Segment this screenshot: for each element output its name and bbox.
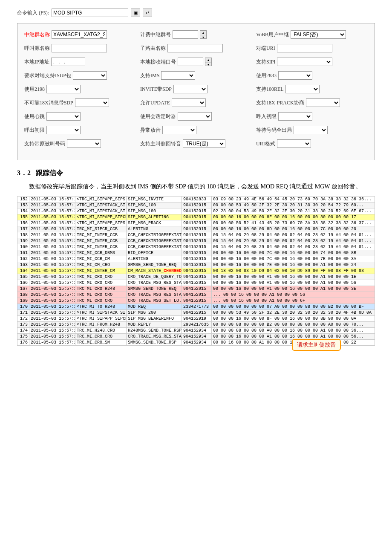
select-prack[interactable] [306, 98, 340, 107]
label-sub-route: 子路由名称 [140, 45, 166, 52]
form-row-6: 不可靠18X消息带SDP 允许UPDATE 支持18X-PRACK协商 [24, 98, 368, 107]
log-row[interactable]: 1592011-05-03 15:57:20TRC_MI_INTER_CCBCC… [17, 238, 375, 244]
label-isup: 要求对端支持ISUP包 [24, 72, 71, 79]
log-row[interactable]: 1662011-05-03 15:57:20TRC_MI_CRO_CROCRO_… [17, 280, 375, 286]
toolbar: 命令输入 (F5): ▣ ↵ [17, 9, 375, 17]
form-group-peer-uri: 对端URI [256, 44, 368, 52]
toolbar-btn2[interactable]: ↵ [143, 9, 152, 17]
select-invite-sdp[interactable] [173, 85, 208, 93]
form-group-uri-format: URI格式 [256, 139, 368, 148]
select-inbound-limit[interactable] [278, 112, 312, 121]
form-group-local-port: 本地接收端口号 ▲▼ [140, 58, 252, 66]
form-group-update: 允许UPDATE [140, 98, 252, 107]
select-orig-called[interactable] [67, 139, 101, 148]
form-group-call-src: 呼叫源名称 [24, 44, 136, 52]
form-row-1: 中继群名称 计费中继群号 ▲▼ VoBB用户中继 FALSE(否) TRUE(是… [24, 30, 368, 39]
label-heartbeat: 使用心跳 [24, 113, 45, 120]
form-group-sub-route: 子路由名称 [140, 44, 252, 52]
label-billing-trunk: 计费中继群号 [140, 31, 171, 38]
input-peer-uri[interactable] [277, 44, 332, 52]
log-row[interactable]: 1632011-05-03 15:57:20TRC_MI_CM_CROSMMSG… [17, 262, 375, 268]
log-row[interactable]: 1752011-05-03 15:57:20TRC_MI_CRO_CROCRO_… [17, 334, 375, 340]
input-trunk-name[interactable] [52, 30, 107, 39]
form-group-billing-trunk: 计费中继群号 ▲▼ [140, 30, 252, 39]
label-uri-format: URI格式 [256, 140, 275, 147]
select-heartbeat[interactable] [46, 112, 81, 121]
form-row-7: 使用心跳 使用会话定时器 呼入初限 [24, 112, 368, 121]
input-sub-route[interactable] [167, 44, 223, 52]
spinner-port[interactable]: ▲▼ [205, 58, 212, 66]
select-ims[interactable] [161, 71, 195, 80]
input-local-ip[interactable]: . . . [51, 58, 85, 66]
input-call-src[interactable] [52, 44, 107, 52]
form-row-9: 支持带原被叫号码 支持主叫侧回铃音 TRUE(是) FALSE(否) URI格式 [24, 139, 368, 148]
log-row[interactable]: 1732011-05-03 15:57:21<TRC_MI_FROM_H248M… [17, 322, 375, 328]
select-abnormal-tone[interactable] [162, 126, 196, 134]
log-row[interactable]: 1682011-05-03 15:57:20TRC_MI_CRO_CROCRO_… [17, 292, 375, 298]
select-sipi[interactable] [277, 58, 332, 66]
label-session-timer: 使用会话定时器 [140, 113, 176, 120]
log-row[interactable]: 1542011-05-03 15:57:20>TRC_MI_SIPSTACK_S… [17, 208, 375, 214]
label-trunk-name: 中继群名称 [24, 31, 50, 38]
form-row-3: 本地IP地址 . . . 本地接收端口号 ▲▼ 支持SIPI [24, 58, 368, 66]
select-18x-sdp[interactable] [75, 98, 109, 107]
toolbar-label: 命令输入 (F5): [17, 9, 49, 17]
log-row[interactable]: 1622011-05-03 15:57:20TRC_MI_CCB_CMALERT… [17, 256, 375, 262]
label-2833: 使用2833 [256, 72, 277, 79]
label-18x-sdp: 不可靠18X消息带SDP [24, 99, 73, 107]
label-prack: 支持18X-PRACK协商 [256, 99, 304, 107]
log-row[interactable]: 1582011-05-03 15:57:20TRC_MI_INTER_CCBCC… [17, 232, 375, 238]
select-2198[interactable] [46, 85, 81, 93]
log-row[interactable]: 1552011-05-03 15:57:20<TRC_MI_SIPAPP_SIP… [17, 214, 375, 220]
label-outbound-limit: 呼出初限 [24, 127, 45, 134]
form-group-2833: 使用2833 [256, 71, 368, 80]
form-group-wait-digit: 等待号码全出局 [256, 126, 368, 134]
form-group-vobb: VoBB用户中继 FALSE(否) TRUE(是) [256, 30, 368, 39]
input-local-port[interactable] [178, 58, 203, 66]
form-group-session-timer: 使用会话定时器 [140, 112, 252, 121]
select-vobb[interactable]: FALSE(否) TRUE(是) [291, 30, 346, 39]
label-vobb: VoBB用户中继 [256, 31, 289, 38]
log-row[interactable]: 1702011-05-03 15:57:21<TRC_MI_TO_H248MOD… [17, 304, 375, 310]
log-row[interactable]: 1762011-05-03 15:57:20TRC_MI_CRO_SMSMMSG… [17, 340, 375, 346]
log-row[interactable]: 1572011-05-03 15:57:20TRC_MI_SIPCR_CCBAL… [17, 226, 375, 232]
form-row-5: 使用2198 INVITE带SDP 支持100REL [24, 85, 368, 93]
label-ringback: 支持主叫侧回铃音 [140, 140, 181, 147]
form-group-orig-called: 支持带原被叫号码 [24, 139, 136, 148]
log-row[interactable]: 1642011-05-03 15:57:20TRC_MI_INTER_CMCM_… [17, 268, 375, 274]
log-row[interactable]: 1652011-05-03 15:57:20TRC_MI_CRO_CROCRO_… [17, 274, 375, 280]
log-row[interactable]: 1522011-05-03 15:57:19<TRC_MI_SIPAPP_SIP… [17, 197, 375, 202]
input-billing-trunk[interactable] [173, 30, 198, 39]
toolbar-btn1[interactable]: ▣ [131, 9, 140, 17]
label-wait-digit: 等待号码全出局 [256, 127, 292, 134]
label-update: 允许UPDATE [140, 99, 170, 107]
log-row[interactable]: 1692011-05-03 15:57:20TRC_MI_CRO_CROCRO_… [17, 298, 375, 304]
label-inbound-limit: 呼入初限 [256, 113, 277, 120]
form-row-4: 要求对端支持ISUP包 支持IMS 使用2833 [24, 71, 368, 80]
label-sipi: 支持SIPI [256, 58, 275, 66]
select-isup[interactable] [73, 71, 107, 80]
label-local-ip: 本地IP地址 [24, 58, 49, 66]
select-wait-digit[interactable] [294, 126, 328, 134]
form-group-100rel: 支持100REL [256, 85, 368, 93]
log-row[interactable]: 1672011-05-03 15:57:20TRC_MI_CRO_H248SMM… [17, 286, 375, 292]
log-row[interactable]: 1532011-05-03 15:57:19>TRC_MI_SIPSTACK_S… [17, 202, 375, 208]
select-2833[interactable] [278, 71, 312, 80]
select-100rel[interactable] [285, 85, 320, 93]
select-uri-format[interactable] [277, 139, 311, 148]
select-outbound-limit[interactable] [46, 126, 81, 134]
command-input[interactable] [52, 9, 128, 17]
select-ringback[interactable]: TRUE(是) FALSE(否) [183, 139, 225, 148]
section-heading: 3．2 跟踪信令 [17, 169, 375, 178]
log-row[interactable]: 1742011-05-03 15:57:21TRC_MI_H248_CROH24… [17, 328, 375, 334]
select-update[interactable] [172, 98, 206, 107]
log-row[interactable]: 1562011-05-03 15:57:20<TRC_MI_SIPAPP_SIP… [17, 220, 375, 226]
log-row[interactable]: 1602011-05-03 15:57:20TRC_MI_INTER_CCBCC… [17, 244, 375, 250]
form-row-8: 呼出初限 异常放音 等待号码全出局 [24, 126, 368, 134]
log-row[interactable]: 1722011-05-03 15:57:21<TRC_MI_SIPAPP_SIP… [17, 316, 375, 322]
form-group-2198: 使用2198 [24, 85, 136, 93]
log-row[interactable]: 1712011-05-03 15:57:21>TRC_MI_SIPSTACK_S… [17, 310, 375, 316]
spinner-billing[interactable]: ▲▼ [200, 30, 207, 39]
log-row[interactable]: 1612011-05-03 15:57:20TRC_MI_CCB_DBMSRID… [17, 250, 375, 256]
select-session-timer[interactable] [178, 112, 212, 121]
